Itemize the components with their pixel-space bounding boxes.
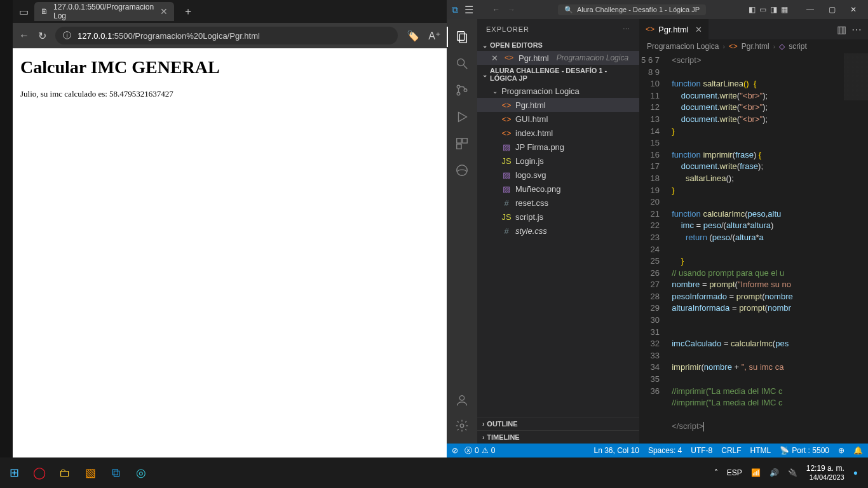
eol-status[interactable]: CRLF <box>721 446 741 455</box>
windows-taskbar: ⊞ ◯ 🗀 ▧ ⧉ ◎ ˄ ESP 📶 🔊 🔌 12:19 a. m. 14/0… <box>0 458 868 488</box>
timeline-label: TIMELINE <box>487 433 519 441</box>
feedback-icon[interactable]: ⊕ <box>838 446 844 455</box>
source-control-activity-icon[interactable] <box>447 78 477 103</box>
maximize-button[interactable]: ▢ <box>822 0 841 19</box>
address-bar[interactable]: ⓘ 127.0.0.1:5500/Programacion%20Logica/P… <box>55 27 398 44</box>
close-icon[interactable]: ✕ <box>160 6 168 17</box>
svg-line-3 <box>464 65 468 69</box>
timeline-section[interactable]: › TIMELINE <box>477 430 639 444</box>
customize-layout-icon[interactable]: ▦ <box>781 5 788 14</box>
explorer-activity-icon[interactable] <box>447 24 477 50</box>
page-favicon-icon: 🗎 <box>41 7 48 16</box>
site-info-icon[interactable]: ⓘ <box>63 30 71 41</box>
edge-taskbar-icon[interactable]: ◎ <box>132 464 150 482</box>
indentation-status[interactable]: Spaces: 4 <box>648 446 682 455</box>
layout-panel-icon[interactable]: ▭ <box>759 5 766 14</box>
opera-taskbar-icon[interactable]: ◯ <box>31 464 48 482</box>
explorer-more-icon[interactable]: ⋯ <box>623 25 630 34</box>
more-actions-icon[interactable]: ⋯ <box>851 24 862 36</box>
battery-icon[interactable]: 🔌 <box>788 468 797 477</box>
problems-status[interactable]: ⓧ 0 ⚠ 0 <box>465 445 495 456</box>
close-icon[interactable]: ✕ <box>491 53 498 63</box>
new-tab-button[interactable]: ＋ <box>178 5 198 18</box>
breadcrumb-folder[interactable]: Programacion Logica <box>647 42 719 51</box>
language-indicator[interactable]: ESP <box>727 468 742 477</box>
start-button[interactable]: ⊞ <box>5 464 23 482</box>
accounts-icon[interactable] <box>447 388 477 413</box>
minimize-button[interactable]: — <box>801 0 820 19</box>
language-mode[interactable]: HTML <box>750 446 771 455</box>
file-item[interactable]: <>Pgr.html <box>477 98 639 112</box>
sublime-taskbar-icon[interactable]: ▧ <box>81 464 99 482</box>
open-editors-section[interactable]: ⌄ OPEN EDITORS <box>477 39 639 51</box>
browser-tab[interactable]: 🗎 127.0.0.1:5500/Programacion Log ✕ <box>34 2 174 21</box>
volume-icon[interactable]: 🔊 <box>770 468 779 477</box>
cursor-position[interactable]: Ln 36, Col 10 <box>594 446 639 455</box>
command-center-text: Alura Challenge - Desafío 1 - Lógica JP <box>577 6 700 13</box>
explorer-sidebar: EXPLORER ⋯ ⌄ OPEN EDITORS ✕ <> Pgr.html … <box>477 19 639 444</box>
close-icon[interactable]: ✕ <box>695 25 702 34</box>
tray-chevron-icon[interactable]: ˄ <box>714 468 718 477</box>
svg-marker-7 <box>459 112 467 122</box>
extensions-activity-icon[interactable] <box>447 131 477 156</box>
page-body-text: Julio, su imc calculado es: 58.479532163… <box>20 89 439 99</box>
clock[interactable]: 12:19 a. m. 14/04/2023 <box>806 464 844 480</box>
outline-section[interactable]: › OUTLINE <box>477 417 639 430</box>
breadcrumb[interactable]: Programacion Logica › <> Pgr.html › ◇ sc… <box>639 39 868 53</box>
back-button[interactable]: ← <box>19 30 29 41</box>
file-item[interactable]: ▨Muñeco.png <box>477 182 639 196</box>
file-name: index.html <box>515 128 553 138</box>
file-item[interactable]: <>GUI.html <box>477 112 639 126</box>
open-editor-item[interactable]: ✕ <> Pgr.html Programacion Logica <box>477 51 639 65</box>
workspace-label: ALURA CHALLENGE - DESAFÍO 1 - LÓGICA JP <box>490 67 634 82</box>
file-name: JP Firma.png <box>515 142 564 152</box>
search-activity-icon[interactable] <box>447 51 477 76</box>
file-name: Pgr.html <box>515 100 546 110</box>
file-name: GUI.html <box>515 114 548 124</box>
live-server-status[interactable]: 📡 Port : 5500 <box>780 446 829 455</box>
browser-viewport: Calcular IMC GENERAL Julio, su imc calcu… <box>13 48 447 458</box>
close-button[interactable]: ✕ <box>844 0 863 19</box>
explorer-title: EXPLORER <box>486 25 529 33</box>
breadcrumb-symbol[interactable]: script <box>789 42 807 51</box>
tab-actions-button[interactable]: ▭ <box>17 4 31 18</box>
file-item[interactable]: JSLogin.js <box>477 154 639 168</box>
edge-tools-activity-icon[interactable] <box>447 158 477 183</box>
shopping-icon[interactable]: 🏷️ <box>407 30 419 42</box>
settings-gear-icon[interactable] <box>447 413 477 438</box>
minimap[interactable] <box>844 53 868 444</box>
read-aloud-icon[interactable]: A⁺ <box>428 30 440 42</box>
workspace-section[interactable]: ⌄ ALURA CHALLENGE - DESAFÍO 1 - LÓGICA J… <box>477 65 639 84</box>
svg-rect-8 <box>457 139 461 143</box>
clock-time: 12:19 a. m. <box>806 464 844 473</box>
notifications-icon[interactable]: 🔔 <box>853 446 863 455</box>
file-item[interactable]: ▨JP Firma.png <box>477 140 639 154</box>
open-editor-filename: Pgr.html <box>519 53 549 63</box>
layout-sidebar-left-icon[interactable]: ◧ <box>749 5 756 14</box>
editor-tab[interactable]: <> Pgr.html ✕ <box>639 19 709 39</box>
file-item[interactable]: #style.css <box>477 224 639 238</box>
file-item[interactable]: <>index.html <box>477 126 639 140</box>
split-editor-icon[interactable]: ▥ <box>837 24 846 36</box>
file-item[interactable]: #reset.css <box>477 196 639 210</box>
remote-indicator[interactable]: ⊘ <box>452 446 458 455</box>
activity-bar <box>447 19 477 444</box>
code-editor[interactable]: 5 6 7 8 9 10 11 12 13 14 15 16 17 18 19 … <box>639 53 868 444</box>
nav-forward-button[interactable]: → <box>508 5 515 14</box>
vscode-taskbar-icon[interactable]: ⧉ <box>107 464 125 482</box>
nav-back-button[interactable]: ← <box>492 5 500 14</box>
run-debug-activity-icon[interactable] <box>447 104 477 130</box>
layout-sidebar-right-icon[interactable]: ◨ <box>770 5 777 14</box>
file-item[interactable]: JSscript.js <box>477 210 639 224</box>
notification-center-icon[interactable]: ● <box>853 468 858 477</box>
file-item[interactable]: ▨logo.svg <box>477 168 639 182</box>
folder-item[interactable]: ⌄ Programacion Logica <box>477 84 639 98</box>
wifi-icon[interactable]: 📶 <box>751 468 761 477</box>
encoding-status[interactable]: UTF-8 <box>691 446 712 455</box>
breadcrumb-file[interactable]: Pgr.html <box>742 42 770 51</box>
menu-button[interactable]: ☰ <box>465 4 473 16</box>
refresh-button[interactable]: ↻ <box>38 30 46 42</box>
file-explorer-taskbar-icon[interactable]: 🗀 <box>56 464 74 482</box>
editor-tabstrip: <> Pgr.html ✕ ▥ ⋯ <box>639 19 868 39</box>
command-center[interactable]: 🔍 Alura Challenge - Desafío 1 - Lógica J… <box>558 4 706 15</box>
